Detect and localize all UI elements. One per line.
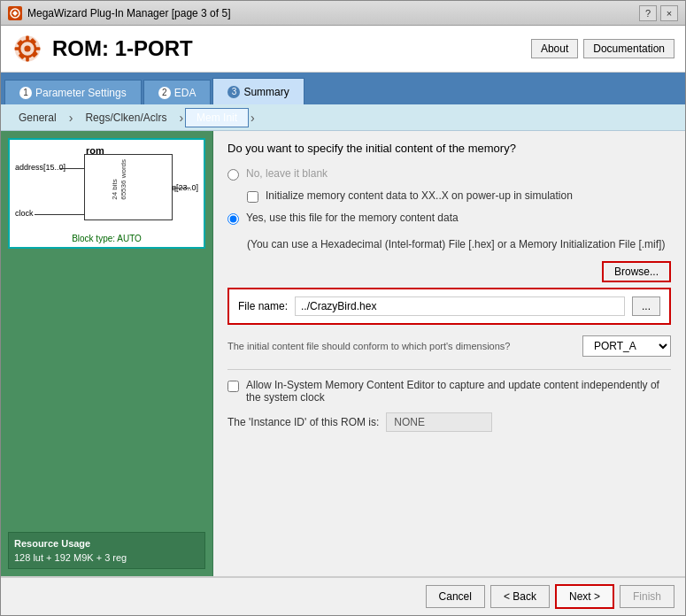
radio-yes[interactable] — [227, 213, 239, 225]
tab-summary[interactable]: 3 Summary — [212, 78, 304, 104]
help-button[interactable]: ? — [639, 5, 657, 21]
tabs-row: 1 Parameter Settings 2 EDA 3 Summary — [1, 73, 685, 104]
finish-button[interactable]: Finish — [620, 585, 674, 608]
file-name-section: File name: ... — [227, 288, 671, 325]
checkbox-editor-label: Allow In-System Memory Content Editor to… — [246, 379, 671, 404]
tab1-num: 1 — [19, 87, 32, 99]
main-content: rom 24 bits 65536 words address[15..0] c… — [1, 131, 685, 576]
footer: Cancel < Back Next > Finish — [1, 576, 685, 615]
svg-rect-6 — [15, 47, 20, 50]
checkbox-simulate[interactable] — [247, 191, 258, 203]
breadcrumb-regs[interactable]: Regs/Clken/Aclrs — [74, 109, 177, 127]
instance-label: The 'Instance ID' of this ROM is: — [227, 416, 379, 428]
tab3-label: Summary — [243, 86, 289, 98]
browse-row: Browse... — [227, 261, 671, 282]
spacer — [8, 256, 205, 532]
header-title-group: ROM: 1-PORT — [12, 33, 193, 65]
component-box — [84, 154, 173, 220]
svg-point-3 — [24, 45, 30, 51]
title-bar-controls: ? × — [639, 5, 678, 21]
app-icon — [8, 6, 22, 20]
port-address: address[15..0] — [15, 163, 66, 172]
resource-title: Resource Usage — [14, 538, 199, 549]
block-type: Block type: AUTO — [13, 234, 200, 243]
checkbox-simulate-item: Initialize memory content data to XX..X … — [247, 189, 671, 203]
checkbox-editor[interactable] — [227, 381, 239, 392]
radio-yes-item: Yes, use this file for the memory conten… — [227, 212, 671, 225]
breadcrumb: General › Regs/Clken/Aclrs › Mem Init › — [1, 104, 685, 131]
line-clock — [35, 214, 84, 215]
main-window: MegaWizard Plug-In Manager [page 3 of 5]… — [0, 0, 686, 616]
port-hint-label: The initial content file should conform … — [227, 341, 575, 351]
title-bar-left: MegaWizard Plug-In Manager [page 3 of 5] — [8, 6, 230, 20]
resource-value: 128 lut + 192 M9K + 3 reg — [14, 552, 199, 563]
breadcrumb-mem-init[interactable]: Mem Init — [185, 108, 249, 127]
breadcrumb-arrow-1: › — [69, 111, 73, 125]
tab-eda[interactable]: 2 EDA — [143, 80, 212, 104]
section-question: Do you want to specify the initial conte… — [227, 142, 671, 155]
svg-rect-7 — [35, 47, 40, 50]
file-name-label: File name: — [238, 300, 288, 312]
file-name-input[interactable] — [295, 296, 625, 316]
line-q — [173, 188, 190, 189]
radio-no-label: No, leave it blank — [246, 167, 328, 180]
header-buttons: About Documentation — [531, 39, 674, 58]
radio-group: No, leave it blank Initialize memory con… — [227, 167, 671, 225]
instance-row: The 'Instance ID' of this ROM is: — [227, 412, 671, 432]
file-browse-button[interactable]: ... — [632, 296, 660, 316]
svg-rect-4 — [26, 36, 29, 42]
line-address — [59, 168, 84, 169]
checkbox-simulate-label: Initialize memory content data to XX..X … — [266, 189, 573, 202]
diagram-inner: rom 24 bits 65536 words address[15..0] c… — [13, 143, 200, 232]
next-button[interactable]: Next > — [555, 584, 614, 609]
tab1-label: Parameter Settings — [35, 87, 127, 99]
tab-parameter-settings[interactable]: 1 Parameter Settings — [4, 80, 142, 104]
left-panel: rom 24 bits 65536 words address[15..0] c… — [1, 131, 213, 576]
header: ROM: 1-PORT About Documentation — [1, 26, 685, 73]
breadcrumb-arrow-3: › — [251, 111, 255, 125]
about-button[interactable]: About — [531, 39, 578, 58]
resource-usage: Resource Usage 128 lut + 192 M9K + 3 reg — [8, 532, 205, 569]
divider — [227, 369, 671, 370]
instance-input[interactable] — [386, 412, 492, 432]
cancel-button[interactable]: Cancel — [426, 585, 485, 608]
svg-rect-5 — [26, 56, 29, 61]
right-panel: Do you want to specify the initial conte… — [213, 131, 685, 576]
window-title: MegaWizard Plug-In Manager [page 3 of 5] — [27, 7, 230, 19]
port-clock: clock — [15, 209, 34, 218]
diagram-box: rom 24 bits 65536 words address[15..0] c… — [8, 138, 205, 249]
breadcrumb-arrow-2: › — [179, 111, 183, 125]
port-dropdown[interactable]: PORT_A PORT_B — [582, 335, 671, 357]
description-text: (You can use a Hexadecimal (Intel-format… — [247, 237, 671, 252]
breadcrumb-general[interactable]: General — [8, 109, 67, 127]
back-button[interactable]: < Back — [490, 585, 550, 608]
radio-no[interactable] — [227, 169, 239, 181]
rom-icon — [12, 33, 43, 65]
close-button[interactable]: × — [660, 5, 678, 21]
checkbox-editor-item: Allow In-System Memory Content Editor to… — [227, 379, 671, 404]
port-section: The initial content file should conform … — [227, 335, 671, 357]
page-title: ROM: 1-PORT — [52, 36, 193, 61]
radio-no-item: No, leave it blank — [227, 167, 671, 181]
radio-yes-label: Yes, use this file for the memory conten… — [246, 212, 459, 224]
title-bar: MegaWizard Plug-In Manager [page 3 of 5]… — [1, 1, 685, 26]
tab3-num: 3 — [227, 86, 240, 98]
tab2-num: 2 — [158, 87, 171, 99]
documentation-button[interactable]: Documentation — [583, 39, 674, 58]
browse-button[interactable]: Browse... — [602, 261, 671, 282]
tab2-label: EDA — [174, 87, 197, 99]
component-vertical-label: 24 bits 65536 words — [111, 159, 127, 200]
